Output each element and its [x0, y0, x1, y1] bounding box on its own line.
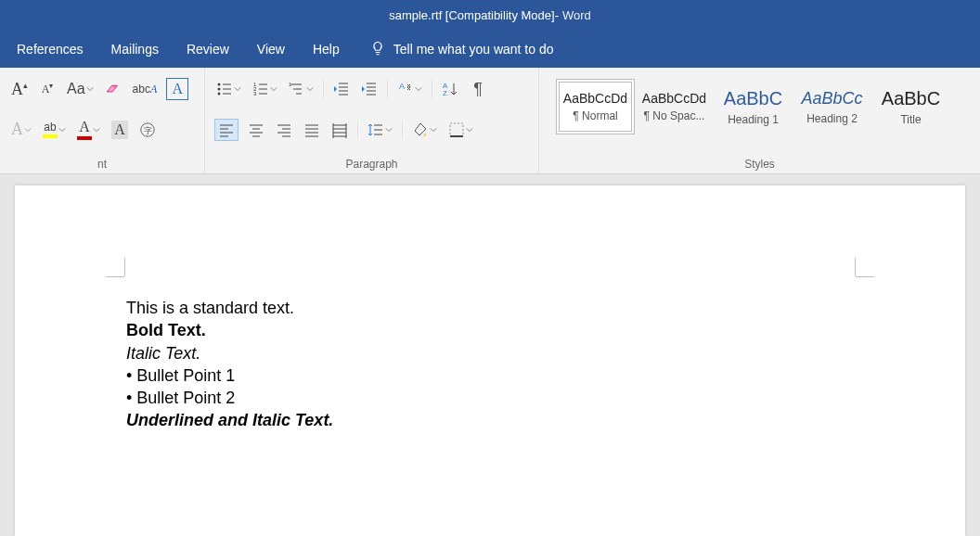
window-title-app: Word [562, 8, 591, 22]
highlight-color-button[interactable]: ab [41, 119, 68, 141]
text-line-underlined-italic[interactable]: Underlined and Italic Text. [126, 409, 333, 431]
shading-button[interactable] [410, 119, 439, 141]
grow-font-button[interactable]: A▴ [9, 78, 30, 100]
tab-references[interactable]: References [4, 34, 97, 64]
ribbon-tabs: References Mailings Review View Help Tel… [0, 31, 980, 68]
tab-review[interactable]: Review [174, 34, 242, 64]
svg-point-2 [218, 83, 221, 86]
svg-text:A: A [399, 82, 405, 91]
font-color-button[interactable]: A [75, 119, 102, 141]
title-bar: sample.rtf [Compatibility Mode] - Word [0, 0, 980, 31]
style-label: ¶ No Spac... [644, 109, 705, 122]
enclose-characters-button[interactable]: 字 [137, 119, 158, 141]
style-preview: AaBbCc [801, 89, 862, 108]
bullets-button[interactable] [214, 78, 243, 100]
window-title-filename: sample.rtf [Compatibility Mode] [389, 8, 554, 22]
lightbulb-icon [369, 40, 386, 59]
svg-point-3 [218, 88, 221, 91]
group-styles-label: Styles [548, 154, 971, 173]
tell-me-label: Tell me what you want to do [393, 42, 554, 57]
tab-view[interactable]: View [244, 34, 298, 64]
svg-text:3: 3 [253, 91, 257, 96]
style-title[interactable]: AaBbCTitle [871, 79, 950, 134]
borders-button[interactable] [446, 119, 475, 141]
style-label: Heading 2 [806, 112, 858, 125]
style--no-spac-[interactable]: AaBbCcDd¶ No Spac... [635, 79, 714, 134]
window-title-sep: - [555, 8, 559, 22]
page[interactable]: This is a standard text. Bold Text. Ital… [15, 185, 965, 536]
svg-point-4 [218, 93, 221, 96]
document-body[interactable]: This is a standard text. Bold Text. Ital… [126, 297, 333, 432]
document-area: This is a standard text. Bold Text. Ital… [0, 174, 980, 536]
text-line-bullet2[interactable]: • Bullet Point 2 [126, 387, 333, 409]
group-paragraph-label: Paragraph [214, 154, 529, 173]
tell-me[interactable]: Tell me what you want to do [355, 40, 560, 59]
change-case-button[interactable]: Aa [65, 78, 96, 100]
line-spacing-button[interactable] [366, 119, 394, 141]
clear-formatting-button[interactable] [103, 78, 123, 100]
tab-help[interactable]: Help [300, 34, 353, 64]
distributed-button[interactable] [329, 119, 350, 141]
group-font: A▴ A▾ Aa abcA A A ab A A 字 nt [0, 68, 204, 173]
style-preview: AaBbC [882, 88, 940, 109]
style--normal[interactable]: AaBbCcDd¶ Normal [556, 79, 635, 134]
shrink-font-button[interactable]: A▾ [37, 78, 58, 100]
multilevel-list-button[interactable]: 1 [287, 78, 316, 100]
group-font-label: nt [9, 154, 195, 173]
align-left-button[interactable] [214, 119, 239, 141]
style-preview: AaBbCcDd [563, 91, 627, 106]
text-line-bullet1[interactable]: • Bullet Point 1 [126, 364, 333, 387]
align-center-button[interactable] [246, 119, 266, 141]
character-shading-button[interactable]: A [110, 119, 130, 141]
style-preview: AaBbC [724, 88, 782, 109]
style-preview: AaBbCcDd [642, 91, 706, 106]
align-right-button[interactable] [274, 119, 294, 141]
show-paragraph-marks-button[interactable]: ¶ [468, 78, 488, 100]
svg-text:1: 1 [289, 82, 291, 87]
justify-button[interactable] [302, 119, 322, 141]
increase-indent-button[interactable] [359, 78, 380, 100]
text-line-bold[interactable]: Bold Text. [126, 319, 333, 341]
style-heading-2[interactable]: AaBbCcHeading 2 [793, 79, 871, 134]
text-line-standard[interactable]: This is a standard text. [126, 297, 333, 319]
group-styles: AaBbCcDd¶ NormalAaBbCcDd¶ No Spac...AaBb… [538, 68, 980, 173]
ribbon: A▴ A▾ Aa abcA A A ab A A 字 nt 123 1 [0, 68, 980, 174]
text-line-italic[interactable]: Italic Text. [126, 342, 333, 364]
style-heading-1[interactable]: AaBbCHeading 1 [714, 79, 793, 134]
svg-text:Z: Z [443, 89, 447, 97]
asian-layout-button[interactable]: A [395, 78, 424, 100]
tab-mailings[interactable]: Mailings [98, 34, 172, 64]
style-label: Title [900, 113, 921, 126]
decrease-indent-button[interactable] [331, 78, 352, 100]
phonetic-guide-button[interactable]: abcA [131, 78, 160, 100]
svg-text:字: 字 [144, 125, 152, 134]
group-paragraph: 123 1 A AZ ¶ Paragraph [204, 68, 538, 173]
numbering-button[interactable]: 123 [251, 78, 279, 100]
style-label: Heading 1 [728, 113, 779, 126]
text-effects-button[interactable]: A [9, 119, 33, 141]
style-label: ¶ Normal [573, 109, 617, 122]
character-border-button[interactable]: A [166, 78, 188, 100]
sort-button[interactable]: AZ [440, 78, 460, 100]
svg-rect-12 [450, 123, 463, 136]
